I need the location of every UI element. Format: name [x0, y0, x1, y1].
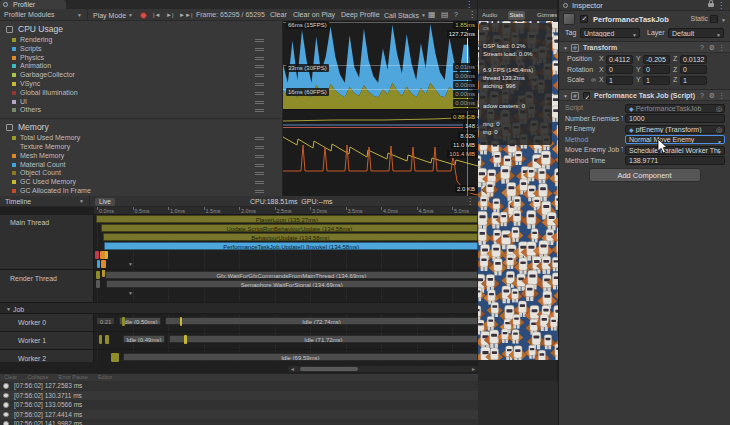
tag-dropdown[interactable]: Untagged▼ — [580, 28, 640, 38]
scrollbar-thumb[interactable] — [300, 367, 358, 371]
timeline-span[interactable]: Idle (69.59ms) — [123, 353, 478, 361]
timeline-span[interactable]: Idle (72.74ms) — [165, 317, 478, 325]
transform-value-field[interactable]: 1 — [606, 76, 633, 85]
deep-profile-button[interactable]: Deep Profile — [341, 9, 380, 21]
module-header[interactable]: CPU Usage — [0, 23, 282, 36]
module-item[interactable]: VSync — [0, 80, 282, 89]
save-profile-icon[interactable]: ▤ — [441, 9, 449, 21]
console-log-entry[interactable]: [07:56:02] 127.2583 ms — [0, 381, 478, 391]
track-worker-label[interactable]: Worker 0 — [18, 319, 46, 326]
timeline-hscrollbar[interactable]: ◄ ► — [288, 366, 478, 372]
module-item[interactable]: GarbageCollector — [0, 71, 282, 80]
drag-handle-icon[interactable] — [255, 65, 264, 68]
game-toolbar-audio[interactable]: Audio — [480, 11, 499, 20]
transform-value-field[interactable]: -0.205 — [643, 55, 670, 64]
next-frame-button[interactable]: ►| — [166, 9, 174, 21]
timeline-view-dropdown[interactable]: Timeline ▼ — [0, 196, 90, 207]
console-toolbar-item[interactable]: Error Pause — [59, 374, 88, 380]
console-log-entry[interactable]: [07:56:02] 127.4414 ms — [0, 410, 478, 420]
drag-handle-icon[interactable] — [255, 172, 264, 175]
transform-value-field[interactable]: 1 — [680, 76, 707, 85]
drag-handle-icon[interactable] — [255, 155, 264, 158]
prev-frame-button[interactable]: |◄ — [153, 9, 161, 21]
module-item[interactable]: GC Allocated In Frame — [0, 187, 282, 196]
object-picker-icon[interactable]: ◎ — [716, 126, 722, 134]
field-input[interactable]: 138.9771 — [625, 156, 725, 165]
layer-dropdown[interactable]: Default▼ — [668, 28, 724, 38]
module-item[interactable]: Rendering — [0, 36, 282, 45]
tab-inspector[interactable]: Inspector ⋮ — [559, 0, 730, 11]
track-worker-label[interactable]: Worker 1 — [18, 337, 46, 344]
clear-on-play-button[interactable]: Clear on Play — [293, 9, 335, 21]
module-item[interactable]: UI — [0, 98, 282, 107]
drag-handle-icon[interactable] — [255, 57, 264, 60]
timeline-span[interactable]: 0.21 — [96, 317, 115, 325]
field-dropdown[interactable]: Schedule Parallel Worker Thr▼ — [625, 146, 725, 155]
live-button[interactable]: Live — [95, 198, 115, 206]
drag-handle-icon[interactable] — [255, 146, 264, 149]
link-scale-icon[interactable]: ∞ — [591, 75, 596, 85]
transform-value-field[interactable]: 0.0132 — [680, 55, 707, 64]
console-toolbar-item[interactable]: Collapse — [27, 374, 48, 380]
field-input[interactable]: 1000 — [625, 114, 725, 123]
module-item[interactable]: Others — [0, 106, 282, 115]
add-component-button[interactable]: Add Component — [589, 168, 701, 182]
track-worker-label[interactable]: Worker 2 — [18, 355, 46, 362]
drag-handle-icon[interactable] — [255, 164, 264, 167]
presets-icon[interactable]: ⚙ — [709, 42, 715, 54]
timeline-span[interactable]: Update.ScriptRunBehaviourUpdate (134.58m… — [101, 224, 478, 232]
module-item[interactable]: Total Used Memory — [0, 134, 282, 143]
play-mode-dropdown[interactable]: Play Mode ▼ — [93, 9, 133, 21]
module-item[interactable]: Global Illumination — [0, 89, 282, 98]
scroll-left-icon[interactable]: ◄ — [290, 366, 295, 372]
module-header[interactable]: Memory — [0, 121, 282, 134]
module-item[interactable]: GC Used Memory — [0, 178, 282, 187]
drag-handle-icon[interactable] — [255, 190, 264, 193]
module-item[interactable]: Texture Memory — [0, 143, 282, 152]
timeline-span[interactable]: Idle (0.50ms) — [119, 317, 161, 325]
game-toolbar-stats[interactable]: Stats — [508, 11, 526, 20]
scroll-right-icon[interactable]: ► — [471, 366, 476, 372]
help-icon[interactable]: ? — [700, 42, 704, 54]
presets-icon[interactable]: ⚙ — [709, 90, 715, 102]
timeline-kebab-icon[interactable]: ⋮ — [466, 196, 474, 207]
timeline-span[interactable]: Idle (0.49ms) — [123, 335, 165, 343]
inspector-kebab-icon[interactable]: ⋮ — [717, 0, 725, 11]
gameobject-icon[interactable] — [563, 13, 575, 25]
timeline-ruler[interactable]: 0.0ms0.5ms1.0ms1.5ms2.0ms2.5ms3.0ms3.5ms… — [94, 207, 478, 215]
field-input[interactable]: ◆PerformanceTaskJob◎ — [625, 104, 725, 113]
module-item[interactable]: Material Count — [0, 161, 282, 170]
console-toolbar-item[interactable]: Editor — [98, 374, 112, 380]
foldout-icon[interactable]: ▼ — [563, 90, 568, 102]
timeline-span[interactable]: PlayerLoop (135.27ms) — [96, 215, 478, 223]
console-log-entry[interactable]: [07:56:02] 130.3711 ms — [0, 391, 478, 401]
transform-component-header[interactable]: ▼ ✛ Transform ? ⚙ ⋮ — [559, 41, 730, 53]
module-item[interactable]: Physics — [0, 54, 282, 63]
drag-handle-icon[interactable] — [255, 39, 264, 42]
drag-handle-icon[interactable] — [255, 74, 264, 77]
transform-value-field[interactable]: 1 — [643, 76, 670, 85]
drag-handle-icon[interactable] — [255, 181, 264, 184]
timeline-span[interactable]: Gfx.WaitForGfxCommandsFromMainThread (13… — [105, 271, 478, 279]
call-stacks-dropdown[interactable]: Call Stacks ▼ — [384, 9, 426, 21]
game-viewport[interactable]: csDSP load: 0.2%Stream load: 0.0%6.9 FPS… — [478, 21, 558, 360]
drag-handle-icon[interactable] — [255, 101, 264, 104]
cpu-chart[interactable]: 66ms (15FPS)33ms (30FPS)16ms (60FPS)1.85… — [283, 21, 478, 110]
timeline-span[interactable]: BehaviourUpdate (134.58ms) — [103, 233, 478, 241]
tab-profiler[interactable]: Profiler — [0, 0, 66, 9]
kebab-icon[interactable]: ⋮ — [718, 42, 725, 54]
console-toolbar-item[interactable]: Clear — [4, 374, 17, 380]
foldout-icon[interactable]: ▼ — [563, 42, 568, 54]
transform-value-field[interactable]: 0 — [606, 65, 633, 74]
track-main-thread-label[interactable]: Main Thread — [10, 219, 49, 226]
transform-value-field[interactable]: 0.4112 — [606, 55, 633, 64]
drag-handle-icon[interactable] — [255, 109, 264, 112]
lock-icon[interactable] — [708, 3, 714, 7]
object-picker-icon[interactable]: ◎ — [716, 105, 722, 113]
gameobject-name[interactable]: PerformanceTaskJob — [593, 15, 669, 24]
gizmos-dropdown-icon[interactable]: ▼ — [550, 12, 555, 18]
timeline-span[interactable]: Semaphore.WaitForSignal (134.69ms) — [106, 280, 478, 288]
drag-handle-icon[interactable] — [255, 92, 264, 95]
transform-value-field[interactable]: 0 — [680, 65, 707, 74]
drag-handle-icon[interactable] — [255, 137, 264, 140]
